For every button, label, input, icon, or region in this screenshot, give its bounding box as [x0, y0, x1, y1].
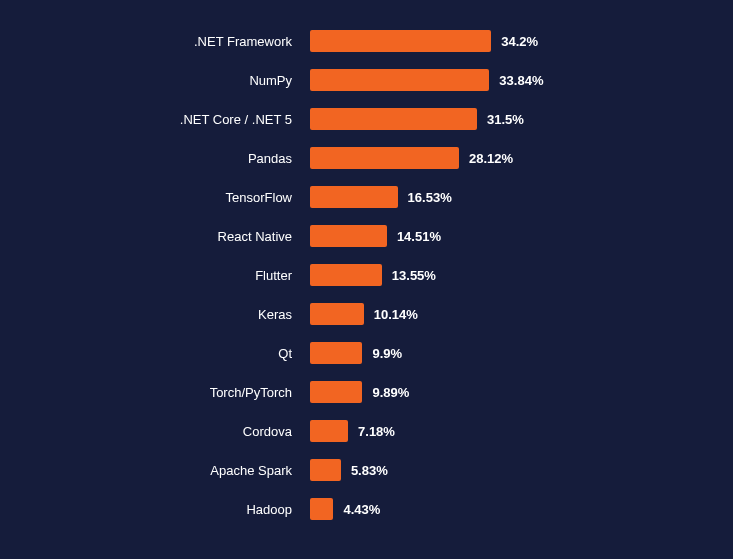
bar-fill: [310, 381, 362, 403]
bar-label: NumPy: [20, 73, 310, 88]
bar-fill: [310, 147, 459, 169]
bar-row: Qt 9.9%: [20, 342, 713, 364]
bar-label: Qt: [20, 346, 310, 361]
bar-track: 4.43%: [310, 498, 713, 520]
bar-fill: [310, 225, 387, 247]
bar-value: 13.55%: [392, 268, 436, 283]
bar-chart: .NET Framework 34.2% NumPy 33.84% .NET C…: [20, 30, 713, 520]
bar-row: Cordova 7.18%: [20, 420, 713, 442]
bar-track: 16.53%: [310, 186, 713, 208]
bar-value: 14.51%: [397, 229, 441, 244]
bar-label: Apache Spark: [20, 463, 310, 478]
bar-fill: [310, 186, 398, 208]
bar-track: 10.14%: [310, 303, 713, 325]
bar-fill: [310, 108, 477, 130]
bar-fill: [310, 420, 348, 442]
bar-label: Flutter: [20, 268, 310, 283]
bar-value: 33.84%: [499, 73, 543, 88]
bar-row: TensorFlow 16.53%: [20, 186, 713, 208]
bar-value: 5.83%: [351, 463, 388, 478]
bar-label: Torch/PyTorch: [20, 385, 310, 400]
bar-value: 10.14%: [374, 307, 418, 322]
bar-row: React Native 14.51%: [20, 225, 713, 247]
bar-track: 9.9%: [310, 342, 713, 364]
bar-label: TensorFlow: [20, 190, 310, 205]
bar-value: 4.43%: [343, 502, 380, 517]
bar-fill: [310, 498, 333, 520]
bar-track: 28.12%: [310, 147, 713, 169]
bar-value: 9.9%: [372, 346, 402, 361]
bar-row: .NET Framework 34.2%: [20, 30, 713, 52]
bar-label: React Native: [20, 229, 310, 244]
bar-fill: [310, 30, 491, 52]
bar-value: 16.53%: [408, 190, 452, 205]
bar-label: .NET Framework: [20, 34, 310, 49]
bar-label: Hadoop: [20, 502, 310, 517]
bar-label: Cordova: [20, 424, 310, 439]
bar-track: 9.89%: [310, 381, 713, 403]
bar-track: 31.5%: [310, 108, 713, 130]
bar-fill: [310, 69, 489, 91]
bar-row: Apache Spark 5.83%: [20, 459, 713, 481]
bar-row: Pandas 28.12%: [20, 147, 713, 169]
bar-track: 5.83%: [310, 459, 713, 481]
bar-row: Hadoop 4.43%: [20, 498, 713, 520]
bar-fill: [310, 342, 362, 364]
bar-row: Flutter 13.55%: [20, 264, 713, 286]
bar-label: Pandas: [20, 151, 310, 166]
bar-track: 34.2%: [310, 30, 713, 52]
bar-value: 7.18%: [358, 424, 395, 439]
bar-track: 7.18%: [310, 420, 713, 442]
bar-row: Keras 10.14%: [20, 303, 713, 325]
bar-value: 9.89%: [372, 385, 409, 400]
bar-value: 31.5%: [487, 112, 524, 127]
bar-row: NumPy 33.84%: [20, 69, 713, 91]
bar-label: Keras: [20, 307, 310, 322]
bar-fill: [310, 303, 364, 325]
bar-track: 14.51%: [310, 225, 713, 247]
bar-track: 33.84%: [310, 69, 713, 91]
bar-track: 13.55%: [310, 264, 713, 286]
bar-value: 34.2%: [501, 34, 538, 49]
bar-row: .NET Core / .NET 5 31.5%: [20, 108, 713, 130]
bar-label: .NET Core / .NET 5: [20, 112, 310, 127]
bar-fill: [310, 459, 341, 481]
bar-fill: [310, 264, 382, 286]
bar-value: 28.12%: [469, 151, 513, 166]
bar-row: Torch/PyTorch 9.89%: [20, 381, 713, 403]
